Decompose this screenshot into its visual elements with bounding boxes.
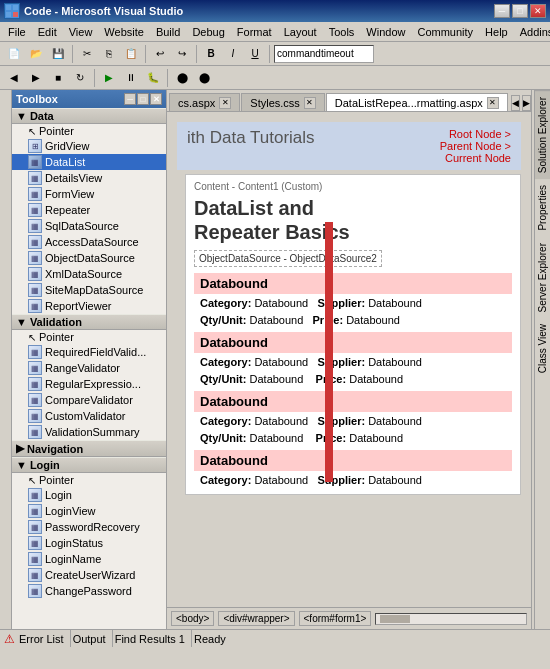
toolbox-item-formview[interactable]: ▦ FormView <box>12 186 166 202</box>
toolbox-item-sqldatasource[interactable]: ▦ SqlDataSource <box>12 218 166 234</box>
toolbox-item-val-pointer[interactable]: ↖ Pointer <box>12 330 166 344</box>
tab-datalist-repeater[interactable]: DataListRepea...rmatting.aspx ✕ <box>326 93 508 111</box>
toolbox-item-datalist[interactable]: ▦ DataList <box>12 154 166 170</box>
toolbox-item-passwordrecovery[interactable]: ▦ PasswordRecovery <box>12 519 166 535</box>
objectdatasource-icon: ▦ <box>28 251 42 265</box>
item-label: ValidationSummary <box>45 426 140 438</box>
output-label[interactable]: Output <box>73 633 106 645</box>
toolbox-item-gridview[interactable]: ⊞ GridView <box>12 138 166 154</box>
menu-item-format[interactable]: Format <box>231 24 278 40</box>
toolbox-item-regularexpressionvalidator[interactable]: ▦ RegularExpressio... <box>12 376 166 392</box>
cut-button[interactable]: ✂ <box>77 44 97 64</box>
toolbox-item-customvalidator[interactable]: ▦ CustomValidator <box>12 408 166 424</box>
toolbox-item-reportviewer[interactable]: ▦ ReportViewer <box>12 298 166 314</box>
page-title: ith Data Tutorials <box>187 128 315 148</box>
italic-button[interactable]: I <box>223 44 243 64</box>
align-left-button[interactable]: ⬤ <box>172 68 192 88</box>
horizontal-scrollbar[interactable] <box>375 613 527 625</box>
error-list-label[interactable]: Error List <box>19 633 64 645</box>
open-button[interactable]: 📂 <box>26 44 46 64</box>
restore-button[interactable]: □ <box>512 4 528 18</box>
item-label: SiteMapDataSource <box>45 284 143 296</box>
paste-button[interactable]: 📋 <box>121 44 141 64</box>
forward-button[interactable]: ▶ <box>26 68 46 88</box>
minimize-button[interactable]: ─ <box>494 4 510 18</box>
toolbox-section-validation[interactable]: ▼ Validation <box>12 314 166 330</box>
find-results-label[interactable]: Find Results 1 <box>115 633 185 645</box>
menu-item-file[interactable]: File <box>2 24 32 40</box>
solution-explorer-tab[interactable]: Solution Explorer <box>535 90 550 179</box>
menu-item-window[interactable]: Window <box>360 24 411 40</box>
save-button[interactable]: 💾 <box>48 44 68 64</box>
div-wrapper-tag[interactable]: <div#wrapper> <box>218 611 294 626</box>
toolbox-item-changepassword[interactable]: ▦ ChangePassword <box>12 583 166 599</box>
menu-item-view[interactable]: View <box>63 24 99 40</box>
toolbox-item-requiredfieldvalidator[interactable]: ▦ RequiredFieldValid... <box>12 344 166 360</box>
toolbox-float-button[interactable]: □ <box>137 93 149 105</box>
form-tag[interactable]: <form#form1> <box>299 611 372 626</box>
toolbox-item-pointer[interactable]: ↖ Pointer <box>12 124 166 138</box>
menu-item-build[interactable]: Build <box>150 24 186 40</box>
toolbox-item-loginname[interactable]: ▦ LoginName <box>12 551 166 567</box>
toolbox-item-comparevalidator[interactable]: ▦ CompareValidator <box>12 392 166 408</box>
new-button[interactable]: 📄 <box>4 44 24 64</box>
toolbox-item-sitemapdatasource[interactable]: ▦ SiteMapDataSource <box>12 282 166 298</box>
toolbox-item-objectdatasource[interactable]: ▦ ObjectDataSource <box>12 250 166 266</box>
editor-area[interactable]: ith Data Tutorials Root Node > Parent No… <box>167 112 531 607</box>
tab-cs-aspx[interactable]: cs.aspx ✕ <box>169 93 240 111</box>
copy-button[interactable]: ⎘ <box>99 44 119 64</box>
toolbox-item-login[interactable]: ▦ Login <box>12 487 166 503</box>
toolbox-item-xmldatasource[interactable]: ▦ XmlDataSource <box>12 266 166 282</box>
toolbox-pin-button[interactable]: ─ <box>124 93 136 105</box>
properties-tab[interactable]: Properties <box>535 179 550 237</box>
tab-close-datalist[interactable]: ✕ <box>487 97 499 109</box>
toolbox-item-validationsummary[interactable]: ▦ ValidationSummary <box>12 424 166 440</box>
item-label: LoginView <box>45 505 96 517</box>
menu-item-website[interactable]: Website <box>98 24 150 40</box>
tab-close-cs[interactable]: ✕ <box>219 97 231 109</box>
run-button[interactable]: ▶ <box>99 68 119 88</box>
toolbox-section-login[interactable]: ▼ Login <box>12 457 166 473</box>
menu-item-community[interactable]: Community <box>411 24 479 40</box>
tab-scroll-left[interactable]: ◀ <box>511 95 520 111</box>
redo-button[interactable]: ↪ <box>172 44 192 64</box>
tab-scroll-right[interactable]: ▶ <box>522 95 531 111</box>
body-tag[interactable]: <body> <box>171 611 214 626</box>
toolbox-item-createuserwizard[interactable]: ▦ CreateUserWizard <box>12 567 166 583</box>
class-view-tab[interactable]: Class View <box>535 318 550 379</box>
underline-button[interactable]: U <box>245 44 265 64</box>
toolbox-close-button[interactable]: ✕ <box>150 93 162 105</box>
menu-item-help[interactable]: Help <box>479 24 514 40</box>
back-button[interactable]: ◀ <box>4 68 24 88</box>
undo-button[interactable]: ↩ <box>150 44 170 64</box>
menu-item-edit[interactable]: Edit <box>32 24 63 40</box>
toolbox-item-loginstatus[interactable]: ▦ LoginStatus <box>12 535 166 551</box>
toolbox-item-repeater[interactable]: ▦ Repeater <box>12 202 166 218</box>
toolbox-section-navigation[interactable]: ▶ Navigation <box>12 440 166 457</box>
stop-button[interactable]: ■ <box>48 68 68 88</box>
toolbox-item-detailsview[interactable]: ▦ DetailsView <box>12 170 166 186</box>
toolbox-item-accessdatasource[interactable]: ▦ AccessDataSource <box>12 234 166 250</box>
debug-button[interactable]: 🐛 <box>143 68 163 88</box>
title-bar-left: Code - Microsoft Visual Studio <box>4 3 183 19</box>
tab-styles-css[interactable]: Styles.css ✕ <box>241 93 325 111</box>
toolbox-section-data[interactable]: ▼ Data <box>12 108 166 124</box>
toolbox-item-rangevalidator[interactable]: ▦ RangeValidator <box>12 360 166 376</box>
align-center-button[interactable]: ⬤ <box>194 68 214 88</box>
refresh-button[interactable]: ↻ <box>70 68 90 88</box>
toolbox-item-login-pointer[interactable]: ↖ Pointer <box>12 473 166 487</box>
tab-close-styles[interactable]: ✕ <box>304 97 316 109</box>
menu-item-tools[interactable]: Tools <box>323 24 361 40</box>
pause-button[interactable]: ⏸ <box>121 68 141 88</box>
toolbox-item-loginview[interactable]: ▦ LoginView <box>12 503 166 519</box>
menu-item-addins[interactable]: Addins <box>514 24 550 40</box>
server-explorer-tab[interactable]: Server Explorer <box>535 237 550 318</box>
close-button[interactable]: ✕ <box>530 4 546 18</box>
createuserwizard-icon: ▦ <box>28 568 42 582</box>
content-area: cs.aspx ✕ Styles.css ✕ DataListRepea...r… <box>167 90 531 629</box>
loginname-icon: ▦ <box>28 552 42 566</box>
bold-button[interactable]: B <box>201 44 221 64</box>
menu-item-debug[interactable]: Debug <box>186 24 230 40</box>
command-timeout-input[interactable] <box>274 45 374 63</box>
menu-item-layout[interactable]: Layout <box>278 24 323 40</box>
